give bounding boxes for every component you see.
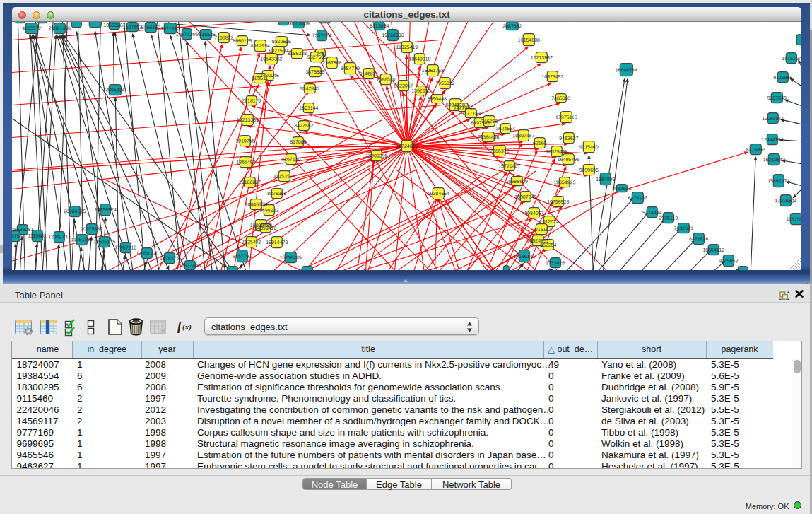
svg-text:1527602: 1527602 (122, 25, 141, 30)
svg-text:5498222: 5498222 (259, 208, 278, 213)
svg-text:1621072: 1621072 (453, 105, 472, 110)
svg-text:3875685: 3875685 (305, 69, 324, 74)
svg-text:9322605: 9322605 (271, 39, 290, 44)
svg-text:2005334: 2005334 (105, 88, 124, 93)
svg-text:20691406: 20691406 (49, 26, 71, 31)
svg-text:252254: 252254 (540, 243, 556, 247)
svg-text:19218506: 19218506 (382, 33, 404, 37)
svg-text:17957215: 17957215 (114, 245, 136, 250)
svg-text:7485083: 7485083 (551, 96, 570, 101)
svg-text:19384554: 19384554 (427, 191, 449, 196)
svg-text:9146821: 9146821 (359, 71, 378, 76)
svg-text:7515526: 7515526 (196, 32, 215, 37)
svg-text:7163822: 7163822 (214, 35, 233, 40)
svg-text:(x): (x) (182, 322, 192, 332)
svg-text:1362615: 1362615 (411, 88, 430, 93)
svg-text:8186328: 8186328 (287, 51, 306, 56)
svg-text:62160: 62160 (533, 141, 547, 146)
svg-text:15716485: 15716485 (279, 255, 301, 260)
svg-text:11353594: 11353594 (273, 174, 295, 179)
svg-text:8990448: 8990448 (427, 96, 446, 101)
svg-text:10654112: 10654112 (702, 247, 724, 252)
svg-text:8878352: 8878352 (267, 191, 286, 196)
svg-text:16495796: 16495796 (557, 157, 579, 162)
svg-text:1010755: 1010755 (235, 139, 254, 144)
svg-text:8813054: 8813054 (370, 23, 389, 28)
svg-text:1012074: 1012074 (539, 219, 558, 224)
svg-text:1167550: 1167550 (787, 217, 802, 222)
svg-text:9857791: 9857791 (233, 254, 252, 259)
svg-text:16961758: 16961758 (421, 68, 443, 73)
svg-text:12213967: 12213967 (531, 55, 553, 60)
svg-text:1964095: 1964095 (596, 177, 615, 182)
svg-text:1588520: 1588520 (376, 77, 395, 82)
svg-text:6466160: 6466160 (141, 25, 160, 30)
svg-text:39154: 39154 (12, 234, 23, 239)
svg-text:16210643: 16210643 (763, 158, 784, 163)
svg-text:9245652: 9245652 (719, 259, 738, 264)
svg-text:18907249: 18907249 (514, 194, 536, 199)
svg-text:2367608: 2367608 (322, 60, 341, 65)
svg-text:1115681: 1115681 (28, 233, 46, 238)
svg-text:14136141: 14136141 (513, 254, 535, 259)
svg-text:1015112: 1015112 (532, 227, 551, 232)
svg-text:1071915: 1071915 (160, 26, 180, 31)
svg-text:989611: 989611 (252, 76, 268, 81)
svg-text:4055572: 4055572 (22, 26, 41, 31)
svg-text:746266: 746266 (481, 119, 497, 124)
svg-text:2718170: 2718170 (242, 98, 261, 103)
svg-text:10923468: 10923468 (179, 263, 201, 268)
svg-text:12444194: 12444194 (761, 137, 783, 142)
svg-text:2087682: 2087682 (502, 23, 522, 28)
svg-text:8912954: 8912954 (250, 43, 269, 48)
svg-text:9084067: 9084067 (524, 211, 543, 216)
svg-text:8427552: 8427552 (294, 123, 313, 128)
svg-text:9129966: 9129966 (773, 75, 792, 80)
svg-text:17975115: 17975115 (555, 115, 577, 120)
svg-text:10025458: 10025458 (546, 149, 567, 154)
svg-text:17016504: 17016504 (775, 199, 796, 204)
svg-text:16154808: 16154808 (518, 37, 540, 42)
svg-text:7632621: 7632621 (673, 226, 693, 231)
svg-text:26535081: 26535081 (12, 227, 33, 232)
svg-text:16648784: 16648784 (615, 68, 637, 73)
svg-text:2935113: 2935113 (659, 216, 678, 221)
svg-text:18640910: 18640910 (408, 57, 430, 62)
svg-text:10973493: 10973493 (541, 74, 563, 79)
svg-text:12093871: 12093871 (762, 116, 784, 121)
svg-text:18300295: 18300295 (365, 153, 387, 158)
svg-text:16671365: 16671365 (176, 32, 198, 37)
svg-text:3624554: 3624554 (495, 126, 514, 131)
svg-text:9777169: 9777169 (461, 111, 480, 116)
svg-text:8933921: 8933921 (612, 186, 631, 191)
svg-text:19166827: 19166827 (238, 180, 260, 185)
svg-text:7625402: 7625402 (242, 240, 261, 245)
svg-text:18724007: 18724007 (396, 144, 418, 148)
svg-text:20206525: 20206525 (64, 209, 86, 214)
svg-text:20364436: 20364436 (477, 134, 499, 139)
svg-text:7955812: 7955812 (435, 81, 454, 86)
svg-text:16914479: 16914479 (266, 240, 288, 245)
svg-text:9327500: 9327500 (269, 48, 288, 53)
svg-text:817006: 817006 (290, 139, 306, 144)
svg-text:6479197: 6479197 (628, 196, 647, 201)
svg-text:1678275: 1678275 (160, 256, 179, 261)
svg-text:9474444: 9474444 (642, 210, 661, 215)
svg-text:10688609: 10688609 (505, 179, 527, 184)
svg-text:2803144: 2803144 (299, 105, 318, 110)
svg-text:20975887: 20975887 (81, 227, 102, 232)
svg-text:10807487: 10807487 (512, 133, 534, 138)
svg-text:14099490: 14099490 (254, 226, 276, 230)
svg-text:9699695: 9699695 (579, 168, 598, 173)
svg-text:10543362: 10543362 (260, 57, 282, 62)
svg-text:19654923: 19654923 (553, 180, 575, 185)
svg-text:12942737: 12942737 (48, 235, 70, 240)
svg-text:1575107: 1575107 (782, 56, 801, 61)
svg-text:8660125: 8660125 (233, 38, 252, 43)
svg-text:1965492: 1965492 (236, 160, 255, 165)
svg-text:8215955: 8215955 (746, 147, 765, 152)
svg-text:12505135: 12505135 (93, 240, 115, 245)
svg-text:9242845: 9242845 (300, 86, 319, 91)
svg-text:9463627: 9463627 (559, 136, 578, 141)
svg-text:1733426: 1733426 (546, 260, 565, 265)
